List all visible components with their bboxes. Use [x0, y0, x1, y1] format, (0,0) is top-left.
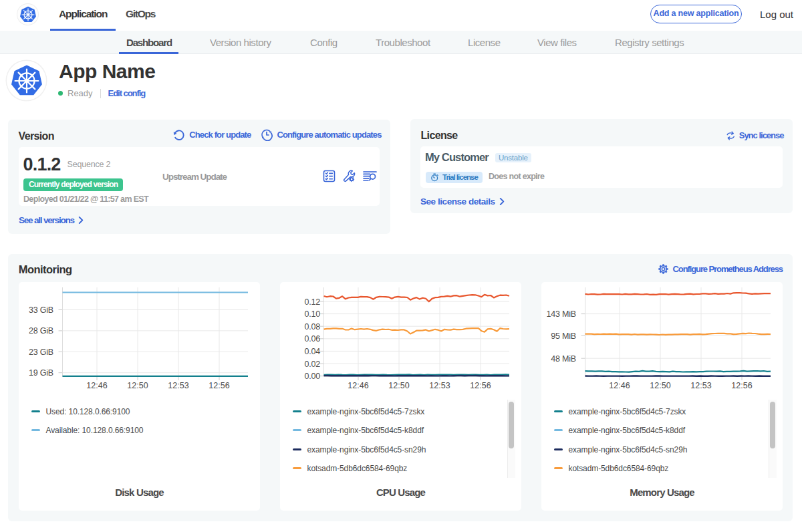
svg-text:0.10: 0.10 — [304, 309, 320, 319]
svg-text:12:53: 12:53 — [168, 381, 188, 390]
svg-text:48 MiB: 48 MiB — [551, 354, 576, 364]
svg-text:23 GiB: 23 GiB — [29, 348, 53, 357]
svg-text:12:56: 12:56 — [731, 381, 752, 390]
svg-text:0.00: 0.00 — [304, 372, 320, 381]
svg-text:12:56: 12:56 — [209, 381, 229, 390]
svg-text:12:46: 12:46 — [348, 381, 368, 390]
svg-text:0.02: 0.02 — [304, 360, 320, 369]
svg-text:12:50: 12:50 — [127, 381, 148, 390]
svg-text:12:46: 12:46 — [609, 381, 630, 390]
svg-text:19 GiB: 19 GiB — [29, 368, 53, 378]
svg-text:12:53: 12:53 — [429, 381, 450, 390]
svg-text:12:46: 12:46 — [86, 381, 107, 390]
svg-text:12:53: 12:53 — [690, 381, 711, 390]
svg-text:12:56: 12:56 — [470, 381, 491, 390]
svg-text:28 GiB: 28 GiB — [29, 326, 53, 336]
svg-text:143 MiB: 143 MiB — [547, 309, 576, 319]
svg-text:0.04: 0.04 — [304, 347, 320, 356]
svg-text:0.12: 0.12 — [304, 297, 320, 307]
svg-text:0.08: 0.08 — [304, 322, 320, 331]
svg-text:95 MiB: 95 MiB — [551, 331, 576, 341]
svg-text:0.06: 0.06 — [304, 334, 320, 344]
svg-text:33 GiB: 33 GiB — [29, 305, 53, 315]
svg-text:12:50: 12:50 — [388, 381, 409, 390]
svg-text:12:50: 12:50 — [650, 381, 670, 390]
